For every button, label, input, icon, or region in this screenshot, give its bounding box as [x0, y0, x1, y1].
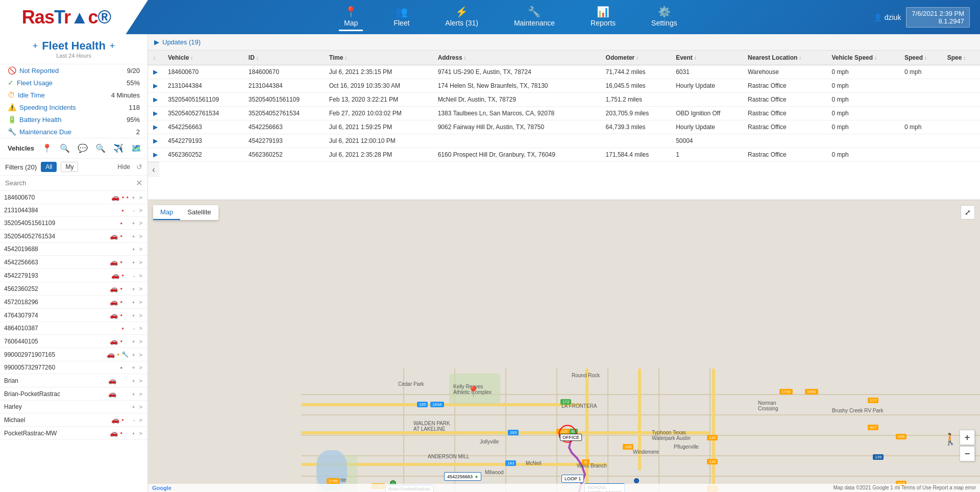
vehicle-map-icon[interactable]: 🗺️	[129, 142, 144, 154]
vehicle-item[interactable]: Harley +>	[0, 401, 148, 413]
search-input[interactable]	[5, 179, 133, 187]
health-row-idle-time[interactable]: ⏱ Idle Time 4 Minutes	[0, 89, 148, 101]
marker-loop1[interactable]: LOOP 1	[561, 475, 584, 483]
nav-reports[interactable]: 📊 Reports	[585, 3, 621, 31]
vehicle-action[interactable]: >	[138, 338, 143, 345]
row-expand-btn[interactable]: ▶	[153, 110, 158, 117]
table-row[interactable]: ▶ 4542256663 4542256663 Jul 6, 2021 1:59…	[148, 120, 980, 134]
map-fullscreen-btn[interactable]: ⤢	[961, 205, 975, 219]
vehicle-message-icon[interactable]: 💬	[75, 142, 90, 154]
row-expand-btn[interactable]: ▶	[153, 151, 158, 158]
col-nearest[interactable]: Nearest Location	[743, 51, 826, 65]
vehicle-item[interactable]: 990002971907165 🚗●🔧 +>	[0, 348, 148, 361]
vehicle-action[interactable]: +	[131, 404, 136, 410]
health-row-maintenance[interactable]: 🔧 Maintenance Due 2	[0, 126, 148, 138]
vehicle-action[interactable]: >	[138, 417, 143, 423]
vehicle-action[interactable]: +	[131, 364, 136, 371]
col-expand[interactable]	[148, 51, 163, 65]
table-row[interactable]: ▶ 352054052761534 352054052761534 Feb 27…	[148, 107, 980, 120]
health-row-battery[interactable]: 🔋 Battery Health 95%	[0, 113, 148, 126]
vehicle-item[interactable]: PocketRastrac-MW 🚗● +>	[0, 427, 148, 440]
vehicle-action[interactable]: >	[138, 378, 143, 384]
table-row[interactable]: ▶ 184600670 184600670 Jul 6, 2021 2:35:1…	[148, 65, 980, 79]
map-zoom-out[interactable]: −	[960, 446, 975, 461]
vehicle-item[interactable]: Michael 🚗● ->	[0, 413, 148, 427]
vehicle-action[interactable]: +	[131, 233, 136, 239]
vehicle-item[interactable]: 4562360252 🚗● +>	[0, 282, 148, 296]
col-vspeed[interactable]: Vehicle Speed	[826, 51, 899, 65]
filter-my-btn[interactable]: My	[61, 162, 78, 172]
map-background[interactable]: Cedar Park Round Rock Jollyville McNeil …	[148, 200, 980, 492]
health-row-fleet-usage[interactable]: ✓ Fleet Usage 55%	[0, 77, 148, 89]
hide-btn[interactable]: Hide	[117, 163, 130, 170]
table-row[interactable]: ▶ 2131044384 2131044384 Oct 16, 2019 10:…	[148, 79, 980, 93]
table-row[interactable]: ▶ 4542279193 4542279193 Jul 6, 2021 12:0…	[148, 134, 980, 148]
row-expand-btn[interactable]: ▶	[153, 96, 158, 103]
fleet-health-plus-right[interactable]: +	[110, 41, 115, 52]
vehicle-item[interactable]: 4864010387 ● ->	[0, 322, 148, 335]
vehicle-item[interactable]: 2131044384 ● ->	[0, 204, 148, 217]
nav-settings[interactable]: ⚙️ Settings	[646, 3, 682, 31]
table-scroll-left[interactable]: ‹	[148, 162, 159, 177]
vehicle-item[interactable]: 7606440105 🚗● +>	[0, 335, 148, 348]
nav-fleet[interactable]: 👥 Fleet	[388, 3, 414, 31]
vehicle-action[interactable]: >	[138, 286, 143, 292]
row-expand-btn[interactable]: ▶	[153, 124, 158, 131]
vehicle-search-icon[interactable]: 🔍	[57, 142, 72, 154]
vehicle-action[interactable]: +	[131, 312, 136, 318]
col-vehicle[interactable]: Vehicle	[163, 51, 243, 65]
vehicle-action[interactable]: >	[138, 391, 143, 397]
nav-alerts[interactable]: ⚡ Alerts (31)	[440, 3, 483, 31]
vehicle-action[interactable]: >	[138, 325, 143, 331]
vehicle-action[interactable]: >	[138, 207, 143, 213]
vehicle-action[interactable]: >	[138, 352, 143, 358]
nav-map[interactable]: 📍 Map	[339, 3, 363, 31]
vehicle-action[interactable]: >	[138, 259, 143, 265]
vehicle-action[interactable]: +	[131, 194, 136, 201]
health-row-not-reported[interactable]: 🚫 Not Reported 9/20	[0, 64, 148, 77]
filter-all-btn[interactable]: All	[41, 162, 57, 172]
vehicle-action[interactable]: +	[131, 286, 136, 292]
health-row-speeding[interactable]: ⚠️ Speeding Incidents 118	[0, 101, 148, 113]
vehicle-action[interactable]: >	[138, 233, 143, 239]
street-view-person[interactable]: 🚶	[943, 433, 957, 446]
vehicle-action[interactable]: >	[138, 404, 143, 410]
vehicle-item[interactable]: 4764307974 🚗● +>	[0, 309, 148, 322]
vehicle-action[interactable]: >	[138, 194, 143, 201]
vehicle-action[interactable]: >	[138, 312, 143, 318]
marker-4542256663[interactable]: 4542256663 ●	[444, 472, 481, 481]
updates-table-container[interactable]: Vehicle ID Time Address Odometer Event N…	[148, 51, 980, 199]
vehicle-item[interactable]: 352054051561109 ● +>	[0, 217, 148, 230]
vehicle-action[interactable]: +	[131, 378, 136, 384]
row-expand-btn[interactable]: ▶	[153, 82, 158, 89]
vehicle-location-icon[interactable]: 📍	[39, 142, 55, 154]
vehicle-action[interactable]: +	[131, 246, 136, 252]
vehicle-item[interactable]: 4542019688 +>	[0, 243, 148, 256]
vehicle-filter-icon[interactable]: 🔍	[93, 142, 108, 154]
vehicle-action[interactable]: +	[131, 259, 136, 265]
updates-header[interactable]: ▶ Updates (19)	[148, 34, 980, 51]
col-speed2[interactable]: Spee	[942, 51, 980, 65]
vehicle-action[interactable]: +	[131, 352, 136, 358]
col-address[interactable]: Address	[433, 51, 601, 65]
vehicle-action[interactable]: >	[138, 364, 143, 371]
vehicle-item[interactable]: 352054052761534 🚗● +>	[0, 230, 148, 243]
vehicle-action[interactable]: +	[131, 220, 136, 226]
row-expand-btn[interactable]: ▶	[153, 137, 158, 144]
user-info[interactable]: 👤 dziuk	[873, 13, 901, 21]
col-odometer[interactable]: Odometer	[601, 51, 671, 65]
vehicle-action[interactable]: +	[131, 430, 136, 436]
vehicle-item[interactable]: 4572018296 🚗● +>	[0, 296, 148, 309]
col-speed[interactable]: Speed	[899, 51, 942, 65]
col-id[interactable]: ID	[243, 51, 324, 65]
vehicle-item[interactable]: 990005732977260 ● +>	[0, 361, 148, 374]
vehicle-action[interactable]: >	[138, 430, 143, 436]
search-clear-icon[interactable]: ✕	[136, 178, 142, 188]
map-zoom-in[interactable]: +	[960, 430, 975, 445]
vehicle-action[interactable]: >	[138, 220, 143, 226]
vehicle-action[interactable]: +	[131, 338, 136, 345]
table-row[interactable]: ▶ 352054051561109 352054051561109 Feb 13…	[148, 93, 980, 107]
fleet-health-plus-left[interactable]: +	[33, 41, 38, 52]
vehicle-item[interactable]: Brian 🚗 +>	[0, 374, 148, 387]
logo[interactable]: RasTr▲c®	[22, 7, 111, 28]
